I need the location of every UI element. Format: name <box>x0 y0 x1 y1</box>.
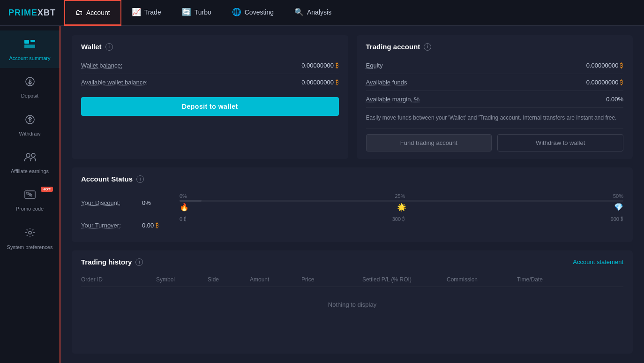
col-price: Price <box>301 276 362 283</box>
trading-info-icon[interactable]: i <box>424 43 431 51</box>
col-order-id: Order ID <box>81 276 156 283</box>
wallet-balance-row: Wallet balance: 0.00000000 ₿ <box>81 57 339 74</box>
discount-label[interactable]: Your Discount: <box>81 199 142 206</box>
account-status-title: Account Status i <box>81 175 623 183</box>
svg-point-12 <box>29 231 31 234</box>
col-side: Side <box>208 276 250 283</box>
main-layout: Account summary ₿ Deposit ₿ Withdraw <box>0 26 644 363</box>
col-commission: Commission <box>447 276 517 283</box>
wallet-section: Wallet i Wallet balance: 0.00000000 ₿ Av… <box>72 35 348 159</box>
col-symbol: Symbol <box>156 276 208 283</box>
turbo-nav-icon: 🔄 <box>182 8 191 16</box>
trading-section: Trading account i Equity 0.00000000 ₿ Av… <box>357 35 633 159</box>
affiliate-label: Affiliate earnings <box>11 168 49 174</box>
sidebar-item-system[interactable]: System preferences <box>0 219 60 257</box>
tier-percent-labels: 0% 25% 50% <box>180 193 623 199</box>
svg-rect-0 <box>24 40 29 44</box>
available-wallet-label[interactable]: Available wallet balance: <box>81 79 148 86</box>
sidebar-item-deposit[interactable]: ₿ Deposit <box>0 68 60 106</box>
logo-prime: PRIME <box>8 8 37 17</box>
available-wallet-amount: 0.00000000 <box>301 79 334 86</box>
sidebar: Account summary ₿ Deposit ₿ Withdraw <box>0 26 60 363</box>
nav-covesting[interactable]: 🌐 Covesting <box>222 0 284 25</box>
equity-label[interactable]: Equity <box>366 62 383 69</box>
tier-gold-icon: 💎 <box>614 203 623 212</box>
system-label: System preferences <box>7 244 53 250</box>
available-margin-row: Available margin, % 0.00% <box>366 91 624 108</box>
wallet-title: Wallet i <box>81 43 339 51</box>
deposit-label: Deposit <box>21 92 38 99</box>
discount-progress-bar <box>180 200 623 202</box>
trading-history-section: Trading history i Account statement Orde… <box>72 250 633 354</box>
sidebar-item-affiliate[interactable]: Affiliate earnings <box>0 144 60 181</box>
nav-account[interactable]: 🗂 Account <box>64 0 121 26</box>
turnover-progress: 0 ₿ 300 ₿ 600 ₿ <box>180 216 623 234</box>
deposit-button[interactable]: Deposit to wallet <box>81 97 339 116</box>
history-title: Trading history i <box>81 258 143 266</box>
system-icon <box>24 227 36 241</box>
col-pnl: Settled P/L (% ROI) <box>362 276 447 283</box>
col-date: Time/Date <box>517 276 623 283</box>
wallet-info-icon[interactable]: i <box>105 43 113 51</box>
turnover-label[interactable]: Your Turnover: <box>81 222 142 229</box>
svg-text:%: % <box>28 192 32 197</box>
equity-btc-symbol: ₿ <box>620 62 623 69</box>
analysis-nav-icon: 🔍 <box>294 8 304 16</box>
wallet-title-text: Wallet <box>81 43 102 51</box>
svg-point-8 <box>31 153 35 157</box>
nav-trade[interactable]: 📈 Trade <box>121 0 172 25</box>
sidebar-item-account-summary[interactable]: Account summary <box>0 30 60 68</box>
funds-btc-symbol: ₿ <box>620 79 623 86</box>
available-margin-value: 0.00% <box>606 96 623 103</box>
main-content: Wallet i Wallet balance: 0.00000000 ₿ Av… <box>60 26 644 363</box>
transfer-buttons: Fund trading account Withdraw to wallet <box>366 134 624 151</box>
table-header: Order ID Symbol Side Amount Price Settle… <box>81 272 623 287</box>
sidebar-item-withdraw[interactable]: ₿ Withdraw <box>0 106 60 144</box>
nav-turbo[interactable]: 🔄 Turbo <box>172 0 222 25</box>
trade-nav-icon: 📈 <box>132 8 141 16</box>
empty-message: Nothing to display <box>81 287 623 322</box>
wallet-btc-symbol: ₿ <box>336 62 339 69</box>
account-nav-icon: 🗂 <box>75 8 83 17</box>
discount-value: 0% <box>142 199 180 206</box>
fund-trading-button[interactable]: Fund trading account <box>366 134 492 151</box>
account-summary-icon <box>24 39 36 52</box>
covesting-nav-icon: 🌐 <box>232 8 241 16</box>
trading-title-text: Trading account <box>366 43 420 51</box>
history-info-icon[interactable]: i <box>135 258 143 266</box>
available-margin-label[interactable]: Available margin, % <box>366 96 420 103</box>
logo-xbt: XBT <box>37 8 56 17</box>
available-funds-row: Available funds 0.00000000 ₿ <box>366 74 624 91</box>
trading-title: Trading account i <box>366 43 624 51</box>
history-title-text: Trading history <box>81 258 132 266</box>
wallet-balance-label[interactable]: Wallet balance: <box>81 62 122 69</box>
nav-account-label: Account <box>86 9 110 16</box>
promo-label: Promo code <box>16 205 44 212</box>
tier-bronze-icon: 🔥 <box>180 203 189 212</box>
turnover-value: 0.00 ₿ <box>142 222 180 229</box>
discount-progress-fill <box>180 200 202 202</box>
hot-badge: HOT! <box>41 187 53 192</box>
top-nav: PRIMEXBT 🗂 Account 📈 Trade 🔄 Turbo 🌐 Cov… <box>0 0 644 26</box>
deposit-icon: ₿ <box>25 76 35 90</box>
tier-silver-icon: 🌟 <box>397 203 406 212</box>
sidebar-item-promo[interactable]: HOT! % Promo code <box>0 181 60 219</box>
affiliate-icon <box>24 152 36 165</box>
promo-icon: % <box>24 189 36 203</box>
nav-turbo-label: Turbo <box>195 8 211 16</box>
turnover-amount: 0.00 <box>142 222 154 229</box>
discount-progress: 0% 25% 50% 🔥 🌟 💎 <box>180 193 623 212</box>
nav-analysis[interactable]: 🔍 Analysis <box>284 0 342 25</box>
nav-covesting-label: Covesting <box>245 8 274 16</box>
account-status-info-icon[interactable]: i <box>136 175 144 183</box>
wallet-balance-value: 0.00000000 ₿ <box>301 62 338 69</box>
tier-icons: 🔥 🌟 💎 <box>180 203 623 212</box>
account-statement-link[interactable]: Account statement <box>573 258 623 265</box>
withdraw-wallet-button[interactable]: Withdraw to wallet <box>497 134 623 151</box>
svg-rect-2 <box>24 45 35 48</box>
available-funds-label[interactable]: Available funds <box>366 79 407 86</box>
available-btc-symbol: ₿ <box>336 79 339 86</box>
equity-value: 0.00000000 ₿ <box>586 62 623 69</box>
withdraw-icon: ₿ <box>25 114 35 128</box>
history-header: Trading history i Account statement <box>81 258 623 266</box>
